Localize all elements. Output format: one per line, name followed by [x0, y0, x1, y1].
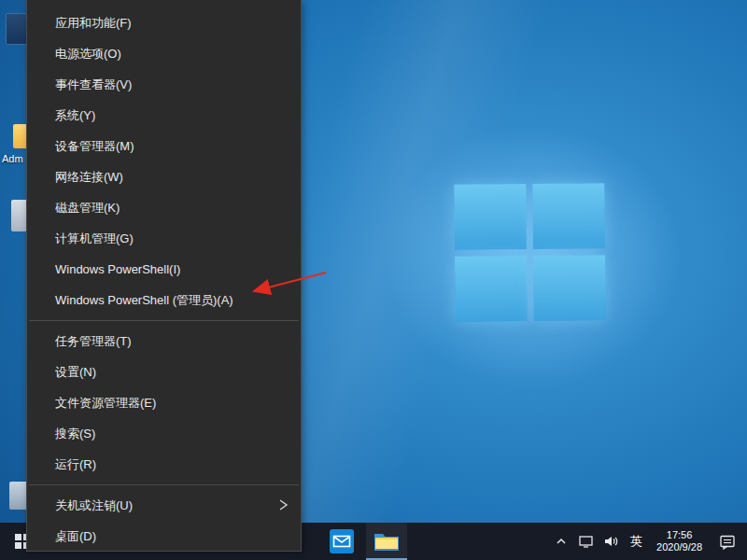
- menu-item-system[interactable]: 系统(Y): [27, 100, 301, 131]
- menu-item-powershell[interactable]: Windows PowerShell(I): [27, 254, 301, 285]
- menu-item-power-options[interactable]: 电源选项(O): [27, 38, 301, 69]
- menu-item-task-manager[interactable]: 任务管理器(T): [27, 326, 301, 357]
- tray-expand-chevron-icon: [554, 534, 569, 549]
- menu-item-label: 文件资源管理器(E): [55, 395, 156, 412]
- volume-icon: [603, 534, 619, 549]
- clock-time: 17:56: [656, 529, 702, 541]
- mail-app-icon: [330, 529, 354, 553]
- menu-item-label: 计算机管理(G): [55, 231, 134, 247]
- menu-item-label: 事件查看器(V): [55, 77, 132, 93]
- menu-item-label: 设备管理器(M): [55, 138, 134, 155]
- menu-item-run[interactable]: 运行(R): [27, 449, 301, 480]
- action-center-button[interactable]: [710, 523, 747, 560]
- menu-item-label: 搜索(S): [55, 426, 95, 442]
- tray-expand-button[interactable]: [549, 523, 573, 560]
- windows-logo-pane: [455, 256, 528, 322]
- menu-item-search[interactable]: 搜索(S): [27, 418, 301, 449]
- menu-item-desktop[interactable]: 桌面(D): [27, 521, 301, 552]
- menu-item-label: 任务管理器(T): [55, 333, 132, 350]
- menu-item-computer-management[interactable]: 计算机管理(G): [27, 223, 301, 254]
- desktop-icon-label: Adm: [2, 153, 23, 164]
- menu-item-device-manager[interactable]: 设备管理器(M): [27, 131, 301, 161]
- menu-item-settings[interactable]: 设置(N): [27, 357, 301, 387]
- display-icon: [578, 534, 594, 549]
- system-tray: 英 17:56 2020/9/28: [549, 523, 747, 560]
- menu-item-label: 运行(R): [55, 456, 96, 473]
- menu-item-label: 设置(N): [55, 364, 96, 381]
- desktop-icon[interactable]: [9, 482, 28, 510]
- menu-item-network-connections[interactable]: 网络连接(W): [27, 161, 301, 192]
- menu-item-label: 磁盘管理(K): [55, 200, 120, 217]
- windows-logo-pane: [454, 184, 527, 250]
- menu-item-label: 系统(Y): [55, 107, 95, 124]
- action-center-icon: [719, 534, 736, 550]
- clock-date: 2020/9/28: [656, 541, 702, 553]
- submenu-chevron-icon: [276, 497, 289, 515]
- menu-item-powershell-admin[interactable]: Windows PowerShell (管理员)(A): [27, 285, 301, 315]
- menu-separator: [29, 320, 299, 321]
- windows-logo-pane: [532, 183, 605, 249]
- menu-item-apps-features[interactable]: 应用和功能(F): [27, 7, 301, 38]
- taskbar-mail-button[interactable]: [321, 523, 362, 560]
- menu-item-label: 桌面(D): [55, 528, 96, 545]
- taskbar-clock[interactable]: 17:56 2020/9/28: [649, 529, 710, 553]
- tray-display-button[interactable]: [573, 523, 599, 560]
- menu-item-shutdown-signout[interactable]: 关机或注销(U): [27, 490, 301, 521]
- menu-item-label: 关机或注销(U): [55, 497, 133, 514]
- menu-item-label: Windows PowerShell (管理员)(A): [55, 292, 233, 309]
- windows-logo: [454, 183, 606, 322]
- menu-item-event-viewer[interactable]: 事件查看器(V): [27, 69, 301, 100]
- winx-context-menu: 应用和功能(F) 电源选项(O) 事件查看器(V) 系统(Y) 设备管理器(M)…: [26, 0, 302, 552]
- menu-item-label: 应用和功能(F): [55, 15, 132, 32]
- menu-item-label: Windows PowerShell(I): [55, 262, 180, 276]
- tray-volume-button[interactable]: [599, 523, 624, 560]
- menu-item-disk-management[interactable]: 磁盘管理(K): [27, 192, 301, 223]
- menu-item-label: 电源选项(O): [55, 46, 121, 63]
- menu-item-label: 网络连接(W): [55, 169, 123, 186]
- menu-item-file-explorer[interactable]: 文件资源管理器(E): [27, 387, 301, 418]
- menu-separator: [29, 484, 299, 485]
- taskbar-file-explorer-button[interactable]: [366, 523, 407, 560]
- ime-language-indicator[interactable]: 英: [624, 523, 649, 560]
- windows-logo-pane: [533, 255, 606, 321]
- file-explorer-icon: [374, 530, 400, 553]
